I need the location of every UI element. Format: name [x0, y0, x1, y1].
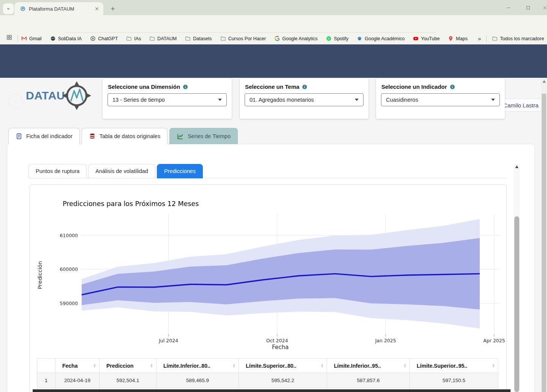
compass-icon	[62, 81, 92, 110]
table-header-cell[interactable]: Prediccion▲▼	[100, 359, 157, 373]
tab-close-icon[interactable]	[94, 6, 100, 11]
tema-select[interactable]: 01. Agregados monetarios	[245, 93, 364, 106]
table-cell: 592,504.1	[100, 373, 157, 388]
bookmark-label: ChatGPT	[98, 36, 118, 41]
globe-icon	[50, 36, 56, 41]
main-tab-tabla-de-datos-originales[interactable]: Tabla de datos originales	[82, 128, 168, 144]
analysis-tabs: Puntos de rupturaAnálisis de volatilidad…	[28, 164, 203, 178]
indicador-filter-card: Seleccione un Indicador Cuasidineros	[376, 79, 505, 119]
sort-arrows-icon[interactable]: ▲▼	[150, 364, 153, 368]
sort-arrows-icon[interactable]: ▲▼	[232, 364, 236, 368]
info-icon[interactable]	[449, 84, 455, 90]
table-horizontal-scrollbar[interactable]	[33, 389, 511, 392]
dimension-select[interactable]: 13 - Series de tiempo	[108, 93, 227, 106]
sort-arrows-icon[interactable]: ▲▼	[492, 364, 495, 368]
bookmark-item[interactable]: DATAUM	[149, 36, 177, 41]
folder-icon	[149, 36, 155, 41]
browser-tab[interactable]: Plataforma DATAUM	[14, 2, 103, 15]
main-tab-ficha-del-indicador[interactable]: Ficha del indicador	[8, 128, 80, 144]
sub-tab-puntos-de-ruptura[interactable]: Puntos de ruptura	[28, 164, 87, 178]
sub-tab-predicciones[interactable]: Predicciones	[157, 164, 203, 178]
main-tabs: Ficha del indicadorTabla de datos origin…	[8, 128, 238, 144]
all-bookmarks-button[interactable]: Todos los marcadore	[492, 36, 544, 41]
chevron-left-icon	[12, 98, 19, 105]
chevron-down-icon	[355, 99, 359, 101]
bookmark-item[interactable]: Google Analytics	[274, 36, 318, 41]
chart-icon	[177, 133, 184, 140]
main-tab-label: Ficha del indicador	[26, 133, 73, 139]
indicador-select[interactable]: Cuasidineros	[381, 93, 500, 106]
column-label: Fecha	[62, 363, 77, 369]
tab-search-button[interactable]	[3, 3, 14, 14]
scroll-up-icon[interactable]	[514, 165, 520, 168]
gmail-icon	[21, 36, 27, 41]
bookmark-item[interactable]: SoliData IA	[50, 36, 82, 41]
page-scrollbar[interactable]	[541, 78, 547, 392]
table-cell: 597,150.5	[410, 373, 498, 388]
bookmarks-overflow-button[interactable]: »	[478, 35, 481, 42]
bookmark-label: IAs	[134, 36, 141, 41]
bookmarks-overflow-area: » Todos los marcadore	[478, 33, 547, 44]
bookmark-item[interactable]: Spotify	[326, 36, 348, 41]
sub-tab-label: Puntos de ruptura	[36, 168, 79, 174]
dimension-select-value: 13 - Series de tiempo	[112, 97, 165, 103]
table-header-row: Fecha▲▼Prediccion▲▼Límite.Inferior..80..…	[37, 359, 498, 373]
bookmarks-list: GmailSoliData IAChatGPTIAsDATAUMDatasets…	[21, 33, 468, 44]
tab-title: Plataforma DATAUM	[29, 6, 94, 12]
bookmark-label: SoliData IA	[58, 36, 82, 41]
chevron-down-icon	[6, 6, 11, 11]
bookmark-item[interactable]: Maps	[448, 36, 468, 41]
bookmarks-separator	[486, 35, 487, 42]
folder-icon	[126, 36, 132, 41]
new-tab-button[interactable]	[108, 4, 118, 14]
page-scrollbar-thumb[interactable]	[542, 94, 546, 392]
window-maximize-button[interactable]	[520, 0, 536, 15]
y-tick-label: 590000	[60, 301, 78, 306]
bookmark-item[interactable]: YouTube	[413, 36, 439, 41]
youtube-icon	[413, 36, 419, 41]
main-tab-series-de-tiempo[interactable]: Series de Tiempo	[169, 128, 238, 144]
chevron-down-icon	[218, 99, 222, 101]
info-icon[interactable]	[302, 84, 308, 90]
info-icon[interactable]	[182, 84, 188, 90]
card-scrollbar-thumb[interactable]	[514, 216, 519, 392]
sort-arrows-icon[interactable]: ▲▼	[321, 364, 324, 368]
bookmark-item[interactable]: IAs	[126, 36, 141, 41]
chatgpt-icon	[90, 36, 96, 41]
window-close-button[interactable]	[536, 0, 547, 15]
table-header-cell[interactable]: Límite.Inferior..80..▲▼	[157, 359, 239, 373]
scroll-up-icon[interactable]	[541, 80, 547, 83]
indicador-select-value: Cuasidineros	[386, 97, 418, 103]
app-back-button[interactable]	[8, 94, 23, 109]
tema-select-value: 01. Agregados monetarios	[250, 97, 314, 103]
bookmark-item[interactable]: Google Académico	[357, 36, 405, 41]
column-label: Límite.Superior..95..	[417, 363, 467, 369]
dimension-label: Seleccione una Dimensión	[108, 83, 180, 90]
table-header-cell[interactable]: Límite.Inferior..95..▲▼	[327, 359, 410, 373]
table-header-cell[interactable]: Límite.Superior..95..▲▼	[410, 359, 498, 373]
bookmark-label: Maps	[456, 36, 468, 41]
dimension-label-row: Seleccione una Dimensión	[108, 83, 226, 90]
table-header-cell[interactable]: Fecha▲▼	[55, 359, 100, 373]
apps-grid-button[interactable]	[6, 34, 13, 41]
x-tick-label: Oct 2024	[266, 338, 288, 343]
bookmark-item[interactable]: ChatGPT	[90, 36, 118, 41]
close-icon	[542, 5, 547, 10]
table-cell: 589,465.9	[157, 373, 239, 388]
sort-arrows-icon[interactable]: ▲▼	[93, 364, 96, 368]
bookmark-item[interactable]: Cursos Por Hacer	[220, 36, 266, 41]
card-scrollbar[interactable]	[514, 164, 520, 392]
bookmark-item[interactable]: Gmail	[21, 36, 42, 41]
spotify-icon	[326, 36, 332, 41]
all-bookmarks-label: Todos los marcadore	[500, 36, 544, 41]
logo-text: DATAU	[26, 89, 65, 102]
bookmark-label: Datasets	[193, 36, 212, 41]
database-icon	[89, 133, 96, 140]
sort-arrows-icon[interactable]: ▲▼	[403, 364, 406, 368]
bookmark-label: Google Analytics	[282, 36, 318, 41]
bookmark-item[interactable]: Datasets	[185, 36, 212, 41]
table-header-cell[interactable]: Límite.Superior..80..▲▼	[239, 359, 327, 373]
sub-tab-an-lisis-de-volatilidad[interactable]: Análisis de volatilidad	[88, 164, 155, 178]
table-row[interactable]: 12024-04-19592,504.1589,465.9595,542.258…	[37, 373, 498, 388]
window-minimize-button[interactable]	[500, 0, 517, 15]
